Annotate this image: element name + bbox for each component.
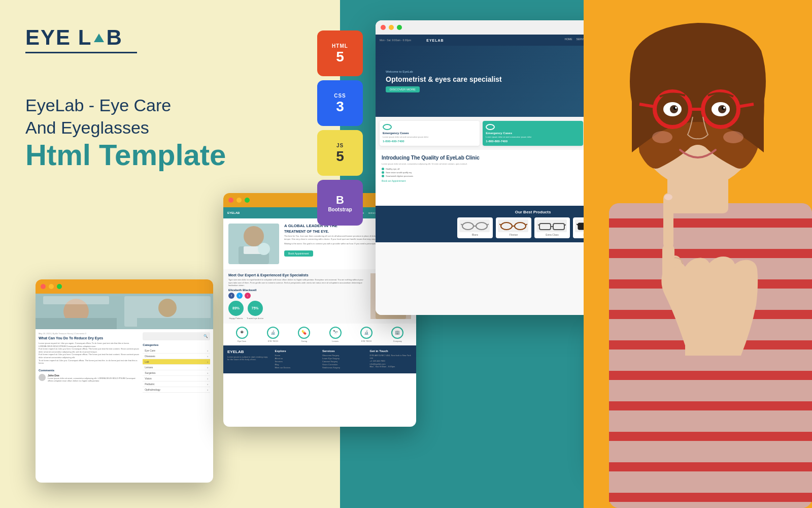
logo: EYE LB [25, 25, 310, 50]
facebook-icon[interactable]: f [228, 293, 234, 299]
svg-point-43 [158, 299, 177, 317]
icon-eye-tech-1: 🔬 EYE TECH [267, 327, 279, 342]
product-name-blanc: Blanc [459, 233, 491, 236]
card-phone-1: 1-800-400-7400 [383, 140, 477, 143]
doctor-dot-red [228, 198, 233, 203]
svg-rect-41 [36, 318, 117, 329]
product-img-flextan [498, 219, 528, 232]
card-phone-2: 1-800-800-7400 [486, 140, 580, 143]
svg-line-18 [499, 224, 501, 225]
doctor-cta-button[interactable]: Book Appointment [284, 250, 313, 257]
person-image-container [584, 0, 812, 508]
html5-badge: HTML 5 [317, 30, 363, 76]
footer-link-lower-eye[interactable]: Lower Eye Surgery [322, 357, 365, 360]
footer-col-explore: Explore Home About us Services Blog Meet… [275, 350, 318, 369]
css3-num: 3 [336, 100, 344, 114]
svg-rect-55 [609, 249, 812, 258]
bootstrap-text: Bootstrap [328, 207, 352, 212]
css3-badge: CSS 3 [317, 80, 363, 126]
svg-line-13 [461, 224, 462, 225]
eye-tech-icon-1: 🔬 [267, 327, 279, 339]
svg-point-16 [515, 223, 526, 230]
left-blog-text-2: If sit lorem imperd sit. Like you here. … [39, 347, 140, 353]
nav-logo: EYELAB [426, 39, 444, 42]
feature-text-3: Smartwatch digitize processes [386, 175, 413, 177]
footer-link-strabismus[interactable]: Strabismus Surgery [322, 366, 365, 369]
footer-link-home[interactable]: Home [275, 354, 318, 357]
footer-description: Lorem ipsum is a place to start creating… [227, 356, 270, 361]
card-emergency-2: Emergency Cases Lorem ipsum dolor sit an… [483, 121, 583, 146]
search-icon: 🔍 [204, 334, 208, 338]
left-cat-eye-care: Eye Care › [143, 348, 210, 354]
specialist-social: f t i [228, 293, 366, 299]
footer-explore-title: Explore [275, 350, 318, 353]
hero-cta-button[interactable]: DISCOVER MORE [386, 86, 420, 92]
left-blog-hero-svg [36, 294, 213, 329]
blog-search-box[interactable]: 🔍 [143, 332, 210, 340]
svg-point-11 [476, 223, 487, 230]
icon-label-eye-care: Eye Care [236, 340, 248, 342]
footer-services-title: Services [322, 350, 365, 353]
footer-link-glaucoma[interactable]: Glaucoma Surgery [322, 354, 365, 357]
product-img-blanc [459, 219, 490, 232]
js-badge: JS 5 [317, 130, 363, 176]
glasses-extra-svg [538, 221, 566, 231]
left-blog-main: May 19, 2021 | By Art Treasure Honey | C… [39, 332, 140, 393]
instagram-icon[interactable]: i [245, 293, 251, 299]
left-blog-dot-green [57, 284, 62, 289]
left-blog-dot-yellow [49, 284, 54, 289]
footer-link-vision[interactable]: Vision Correction [322, 363, 365, 366]
svg-point-80 [723, 131, 743, 143]
footer-link-about[interactable]: About us [275, 357, 318, 360]
product-img-extra [536, 219, 567, 232]
twitter-icon[interactable]: t [236, 293, 243, 299]
footer-link-doctors[interactable]: Meet our Doctors [275, 366, 318, 369]
doctor-hero-svg [228, 224, 279, 264]
footer-link-services[interactable]: Services [275, 360, 318, 363]
left-blog-title: What Can You Do To Reduce Dry Eyes [39, 336, 140, 340]
footer-address: EYELAB CLINIC 5454, Next look to New Yor… [370, 354, 413, 360]
svg-rect-60 [609, 401, 812, 410]
svg-rect-63 [609, 493, 812, 502]
left-cat-opthalmology: Opthalmology › [143, 387, 210, 393]
left-cat-lenses: Lenses › [143, 365, 210, 370]
footer-contact-title: Get in Touch [370, 350, 413, 353]
card-eye-icon-2 [486, 124, 495, 130]
stat-label-patients: Happy Patients [228, 317, 244, 320]
feature-text-2: Save vision would qualify my [386, 171, 412, 174]
doctor-dot-yellow [236, 198, 242, 203]
svg-point-78 [723, 107, 725, 109]
icon-label-caring: Caring [298, 340, 310, 342]
js-label: JS [336, 143, 344, 148]
svg-rect-54 [609, 218, 812, 228]
product-flextan: Flextan [496, 217, 531, 238]
stat-label-doctor: Trusted eye doctor [247, 317, 263, 320]
glasses-flextan-svg [499, 221, 527, 231]
tagline-line2: And Eyeglasses [25, 116, 310, 139]
comment-item-1: John Doe Lorem ipsum dolor sit amet, con… [39, 374, 140, 382]
left-panel: EYE LB EyeLab - Eye Care And Eyeglasses … [0, 0, 335, 197]
icon-caring: 💊 Caring [298, 327, 310, 342]
svg-point-34 [258, 243, 270, 255]
logo-area: EYE LB [25, 25, 310, 53]
left-cat-vision: Vision › [143, 376, 210, 382]
stat-trusted-doctor: 75% Trusted eye doctor [247, 301, 263, 320]
tagline-line3: Html Template [25, 139, 310, 171]
svg-line-14 [487, 224, 489, 225]
left-cat-pediatric: Pediatric › [143, 382, 210, 387]
doctor-nav-logo: EYELAB [227, 211, 240, 214]
left-blog-date: May 19, 2021 | By Art Treasure Honey | C… [39, 332, 140, 335]
footer-link-cataract[interactable]: Cataract Surgery [322, 360, 365, 363]
page-icons-row: 👁 Eye Care 🔬 EYE TECH 💊 Caring 🔭 Lenses … [223, 324, 416, 345]
left-cat-lab: Lab › [143, 359, 210, 365]
product-blanc: Blanc [457, 217, 493, 238]
footer-link-blog[interactable]: Blog [275, 363, 318, 366]
caring-icon: 💊 [298, 327, 310, 339]
css3-label: CSS [334, 93, 346, 99]
tagline: EyeLab - Eye Care And Eyeglasses Html Te… [25, 94, 310, 171]
svg-point-79 [652, 131, 672, 143]
footer-col-services: Services Glaucoma Surgery Lower Eye Surg… [322, 350, 365, 369]
titlebar-dot-yellow [389, 25, 394, 30]
titlebar-dot-red [381, 25, 386, 30]
eye-tech-icon-2: 🔬 [360, 327, 373, 339]
